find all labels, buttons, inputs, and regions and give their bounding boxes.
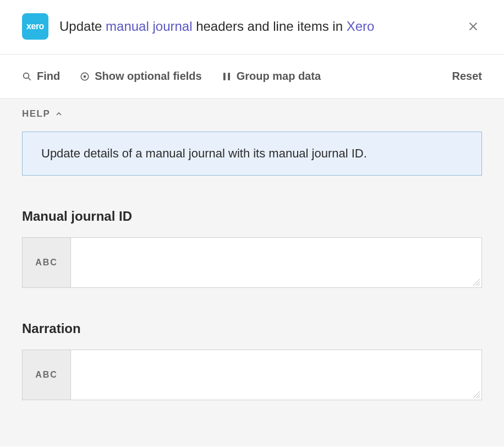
group-icon [222, 72, 232, 81]
close-icon [467, 20, 479, 32]
title-mid: headers and line items in [193, 19, 347, 34]
logo-text: xero [26, 21, 44, 31]
find-label: Find [37, 70, 60, 83]
svg-point-2 [84, 75, 86, 78]
help-toggle[interactable]: HELP [0, 99, 504, 125]
title-link-manual-journal[interactable]: manual journal [106, 19, 192, 34]
field-manual-journal-id: Manual journal ID ABC [22, 209, 482, 288]
svg-point-0 [24, 73, 29, 78]
title-pre: Update [59, 19, 106, 34]
svg-rect-4 [228, 73, 230, 80]
help-label: HELP [22, 108, 50, 119]
reset-label: Reset [452, 70, 482, 82]
type-chip-abc: ABC [23, 350, 71, 400]
body: HELP Update details of a manual journal … [0, 99, 504, 446]
group-map-label: Group map data [237, 70, 321, 83]
xero-logo-icon: xero [22, 13, 48, 40]
show-optional-fields-button[interactable]: Show optional fields [80, 70, 201, 83]
type-chip-abc: ABC [23, 238, 71, 287]
chevron-up-icon [54, 110, 63, 118]
label-manual-journal-id: Manual journal ID [22, 209, 482, 224]
toolbar: Find Show optional fields Group map data… [0, 54, 504, 99]
reset-button[interactable]: Reset [452, 70, 482, 83]
search-icon [22, 72, 32, 81]
input-row-narration: ABC [22, 350, 482, 400]
manual-journal-id-input[interactable] [78, 243, 475, 280]
title-link-xero[interactable]: Xero [347, 19, 375, 34]
find-button[interactable]: Find [22, 70, 60, 83]
close-button[interactable] [464, 18, 482, 35]
page-title: Update manual journal headers and line i… [59, 18, 464, 35]
field-narration: Narration ABC [22, 321, 482, 400]
narration-input[interactable] [78, 356, 475, 392]
svg-rect-3 [223, 73, 226, 80]
help-box: Update details of a manual journal with … [22, 132, 482, 176]
header: xero Update manual journal headers and l… [0, 0, 504, 54]
input-row-manual-journal-id: ABC [22, 237, 482, 288]
label-narration: Narration [22, 321, 482, 336]
group-map-data-button[interactable]: Group map data [222, 70, 321, 83]
show-optional-label: Show optional fields [95, 70, 201, 83]
textarea-wrap [71, 238, 481, 287]
help-text: Update details of a manual journal with … [41, 146, 367, 160]
textarea-wrap [71, 350, 481, 400]
eye-icon [80, 72, 90, 81]
